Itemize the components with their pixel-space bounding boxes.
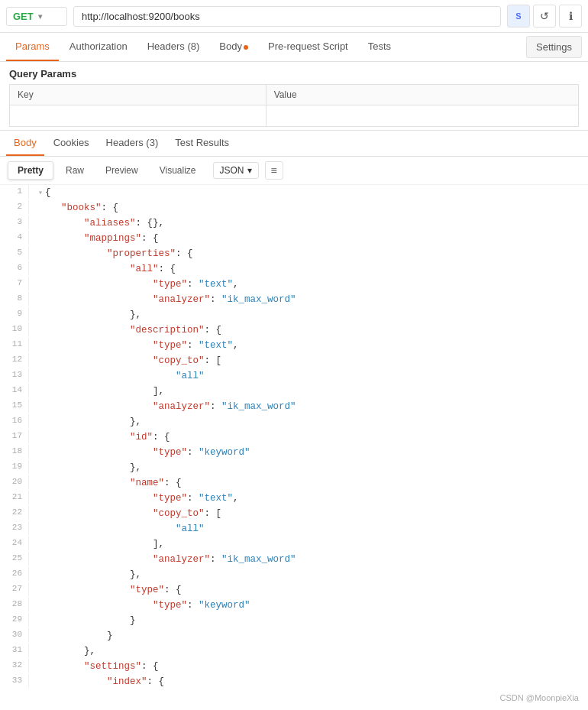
line-content-32: "settings": { [29,659,588,674]
line-num-13: 13 [0,368,29,382]
res-tab-body-label: Body [14,137,37,148]
code-line-14: 14 ], [0,384,588,399]
code-line-6: 6 "all": { [0,261,588,277]
line-num-7: 7 [0,277,29,290]
chevron-down-icon: ▾ [38,12,42,21]
tab-prerequest[interactable]: Pre-request Script [259,33,357,61]
tab-body-label: Body [219,41,242,52]
code-line-12: 12 "copy_to": [ [0,353,588,368]
refresh-button[interactable]: ↺ [533,5,556,28]
code-line-4: 4 "mappings": { [0,231,588,246]
line-content-33: "index": { [29,674,588,689]
code-line-22: 22 "copy_to": [ [0,506,588,521]
code-line-10: 10 "description": { [0,323,588,338]
line-content-5: "properties": { [29,246,588,261]
res-tab-headers[interactable]: Headers (3) [99,131,166,156]
line-num-12: 12 [0,353,29,367]
line-content-1: ▾{ [29,185,588,200]
res-tab-body[interactable]: Body [6,131,44,156]
line-content-4: "mappings": { [29,231,588,246]
line-num-4: 4 [0,231,29,245]
res-tab-testresults[interactable]: Test Results [167,131,237,156]
method-label: GET [13,11,34,22]
line-num-3: 3 [0,216,29,229]
info-button[interactable]: ℹ [559,5,582,28]
line-num-16: 16 [0,414,29,428]
code-line-1: 1 ▾{ [0,185,588,200]
params-key-cell[interactable] [10,105,267,127]
code-line-33: 33 "index": { [0,674,588,689]
line-content-19: }, [29,460,588,475]
view-preview-button[interactable]: Preview [96,162,147,179]
line-content-10: "description": { [29,323,588,338]
res-tab-testresults-label: Test Results [175,137,229,148]
tab-settings-label: Settings [536,41,572,53]
tab-params[interactable]: Params [6,33,59,61]
line-content-11: "type": "text", [29,338,588,353]
line-num-1: 1 [0,185,29,199]
code-line-26: 26 }, [0,567,588,582]
format-chevron-icon: ▾ [247,165,252,176]
res-tab-headers-label: Headers (3) [106,137,159,148]
url-input[interactable] [73,6,501,27]
line-content-30: } [29,628,588,644]
params-value-cell[interactable] [266,105,578,127]
top-bar-actions: S ↺ ℹ [507,5,582,28]
method-select[interactable]: GET ▾ [6,7,67,26]
tab-settings[interactable]: Settings [526,36,582,58]
line-num-6: 6 [0,261,29,275]
res-tab-cookies-label: Cookies [53,137,89,148]
tab-headers-label: Headers (8) [147,41,200,52]
send-button[interactable]: S [507,5,530,28]
line-num-14: 14 [0,384,29,397]
line-num-31: 31 [0,644,29,657]
code-line-25: 25 "analyzer": "ik_max_word" [0,552,588,567]
code-line-7: 7 "type": "text", [0,277,588,292]
line-num-9: 9 [0,307,29,321]
line-content-2: "books": { [29,200,588,216]
view-visualize-button[interactable]: Visualize [150,162,205,179]
wrap-button[interactable]: ≡ [265,161,283,180]
line-num-2: 2 [0,200,29,214]
line-num-27: 27 [0,582,29,596]
code-line-27: 27 "type": { [0,582,588,598]
line-content-25: "analyzer": "ik_max_word" [29,552,588,567]
line-num-28: 28 [0,598,29,611]
params-col-key: Key [10,85,267,105]
tab-authorization[interactable]: Authorization [60,33,137,61]
line-content-13: "all" [29,368,588,384]
code-line-32: 32 "settings": { [0,659,588,674]
code-line-15: 15 "analyzer": "ik_max_word" [0,399,588,414]
line-num-21: 21 [0,491,29,504]
query-params-section: Query Params Key Value [0,62,588,131]
view-raw-button[interactable]: Raw [57,162,93,179]
line-content-7: "type": "text", [29,277,588,292]
query-params-title: Query Params [9,68,579,79]
line-num-20: 20 [0,475,29,489]
line-num-10: 10 [0,323,29,336]
tab-tests[interactable]: Tests [359,33,400,61]
line-num-25: 25 [0,552,29,566]
line-num-15: 15 [0,399,29,413]
line-num-22: 22 [0,506,29,520]
code-line-21: 21 "type": "text", [0,491,588,506]
line-num-5: 5 [0,246,29,260]
format-select[interactable]: JSON ▾ [213,162,259,179]
line-num-19: 19 [0,460,29,474]
line-content-15: "analyzer": "ik_max_word" [29,399,588,414]
tab-params-label: Params [15,41,50,52]
line-num-8: 8 [0,292,29,306]
view-pretty-button[interactable]: Pretty [8,161,53,180]
code-line-2: 2 "books": { [0,200,588,216]
res-tab-cookies[interactable]: Cookies [46,131,97,156]
code-line-28: 28 "type": "keyword" [0,598,588,613]
line-content-29: } [29,613,588,628]
line-content-17: "id": { [29,430,588,445]
line-num-18: 18 [0,445,29,459]
code-line-8: 8 "analyzer": "ik_max_word" [0,292,588,307]
code-line-9: 9 }, [0,307,588,323]
tab-body[interactable]: Body [210,33,257,61]
code-line-23: 23 "all" [0,521,588,537]
tab-headers[interactable]: Headers (8) [138,33,209,61]
code-line-11: 11 "type": "text", [0,338,588,353]
